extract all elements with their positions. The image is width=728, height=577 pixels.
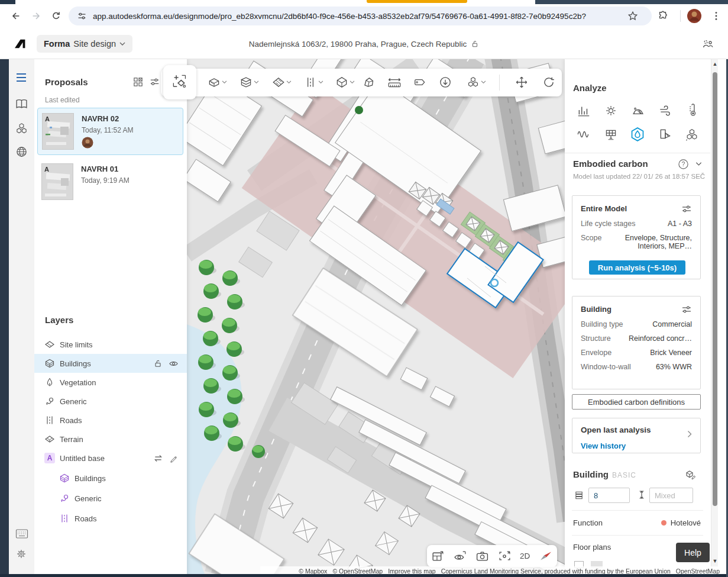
terrain-tool-icon[interactable] [362,76,376,89]
surface-tool-chevron[interactable] [286,80,292,84]
function-value-row[interactable]: Hotelové [661,518,701,527]
collaborate-icon[interactable] [701,37,714,50]
tag-tool-icon[interactable] [413,76,427,89]
rotate-tool-icon[interactable] [542,76,556,89]
roads-icon [44,415,55,426]
help-button[interactable]: Help [676,543,710,562]
scroll-up-arrow[interactable]: ▲ [712,61,718,67]
solar-panel-icon[interactable] [604,128,618,141]
noise-icon[interactable] [577,128,591,141]
reload-icon[interactable] [51,11,62,21]
levels-tool-chevron[interactable] [254,80,259,84]
filter-sliders-icon[interactable] [149,76,160,88]
generic-icon [44,396,55,407]
proposal-card-navrh-02[interactable]: A NAVRH 02 Today, 11:52 AM [37,108,183,155]
plan-view-icon[interactable] [431,550,445,562]
import-tool-icon[interactable] [438,76,452,89]
focus-selection-icon[interactable] [498,550,512,562]
right-scrollbar[interactable]: ▲ ▼ [711,59,718,567]
location-globe-icon[interactable] [15,146,28,158]
layer-site-limits[interactable]: Site limits [34,335,187,354]
move-tool-icon[interactable] [515,76,529,89]
embodied-carbon-icon[interactable] [630,127,645,142]
tune-sliders-icon[interactable] [681,305,692,314]
compass-icon[interactable] [539,550,553,562]
base-layer-buildings[interactable]: Buildings [34,469,187,488]
tune-sliders-icon[interactable] [681,204,692,214]
assets-tool-chevron[interactable] [481,80,486,84]
layer-generic[interactable]: Generic [34,392,187,411]
sun-icon[interactable] [604,104,618,117]
attrib-mapbox[interactable]: © Mapbox [299,568,327,575]
attrib-osm-right[interactable]: OpenStreetMap [676,568,720,575]
extensions-icon[interactable] [658,11,668,21]
profile-avatar[interactable] [687,8,702,24]
swap-base-icon[interactable] [153,454,163,463]
unlock-icon[interactable] [153,359,163,368]
proposal-thumbnail: A [42,113,74,150]
layer-roads[interactable]: Roads [34,411,187,430]
attrib-copernicus[interactable]: Copernicus Land Monitoring Service, prod… [441,568,671,575]
app-header: Forma Site design Nademlejnská 1063/2, 1… [0,28,728,59]
keyboard-shortcuts-icon[interactable] [15,528,28,539]
sun-hours-icon[interactable] [631,104,645,117]
statistics-icon[interactable] [577,104,591,117]
collapse-menu-icon[interactable] [15,72,27,83]
scrollbar-thumb[interactable] [713,72,717,506]
visibility-eye-icon[interactable] [169,359,179,368]
layer-terrain[interactable]: Terrain [34,430,187,449]
browser-menu-icon[interactable] [711,11,721,21]
base-layer-generic[interactable]: Generic [34,489,187,508]
view-history-link[interactable]: View history [581,441,626,450]
scroll-down-arrow[interactable]: ▼ [712,558,718,564]
open-last-analysis-card[interactable]: Open last analysis View history [572,418,701,453]
wind-icon[interactable] [658,104,672,117]
assets-tool-icon[interactable] [466,76,480,89]
attrib-osm[interactable]: © OpenStreetMap [332,568,383,575]
building-basic-header: BuildingBASIC [573,469,636,480]
url-text[interactable]: app.autodeskforma.eu/designmode/pro_eb28… [93,12,586,21]
grid-view-icon[interactable] [132,76,144,88]
floors-input[interactable] [588,488,630,503]
select-tool-icon[interactable] [172,74,187,89]
visibility-view-icon[interactable] [454,550,467,562]
volume-tool-icon[interactable] [335,76,349,89]
levels-tool-icon[interactable] [239,76,253,89]
roads-tool-chevron[interactable] [318,80,323,84]
unlock-icon[interactable] [471,40,479,48]
temperature-icon[interactable] [685,103,698,117]
height-input[interactable] [649,488,693,503]
building-tool-chevron[interactable] [222,80,227,84]
embodied-definitions-button[interactable]: Embodied carbon definitions [572,394,701,410]
measure-tool-icon[interactable] [387,76,402,89]
run-analysis-button[interactable]: Run analysis (~5-10s) [589,260,685,275]
proposal-card-navrh-01[interactable]: A NAVRH 01 Today, 9:19 AM [37,159,183,206]
base-layer-roads[interactable]: Roads [34,509,187,528]
volume-tool-chevron[interactable] [350,80,355,84]
toggle-2d-button[interactable]: 2D [520,552,530,560]
sort-label[interactable]: Last edited [45,96,80,104]
assets-icon[interactable] [15,122,28,134]
edit-building-icon[interactable] [685,469,697,481]
forward-icon[interactable] [31,11,41,21]
url-bar[interactable]: app.autodeskforma.eu/designmode/pro_eb28… [69,7,652,25]
back-icon[interactable] [11,11,21,21]
edit-pencil-icon[interactable] [169,453,179,463]
layer-vegetation[interactable]: Vegetation [34,373,187,392]
camera-icon[interactable] [475,550,489,562]
layer-untitled-base[interactable]: A Untitled base [34,449,187,468]
attrib-improve[interactable]: Improve this map [388,568,436,575]
project-address[interactable]: Nademlejnská 1063/2, 19800 Praha, Prague… [249,40,467,49]
layer-buildings[interactable]: Buildings [34,354,187,373]
building-tool-icon[interactable] [207,76,221,89]
collapse-chevron-icon[interactable] [695,162,702,166]
surface-tool-icon[interactable] [271,76,286,89]
microclimate-icon[interactable] [684,128,700,142]
settings-gear-icon[interactable] [15,548,27,560]
library-icon[interactable] [15,98,28,109]
site-settings-icon[interactable] [77,11,87,21]
bookmark-star-icon[interactable] [627,11,638,21]
roads-tool-icon[interactable] [303,76,318,89]
help-question-icon[interactable]: ? [678,159,689,170]
daylight-icon[interactable] [658,128,672,141]
